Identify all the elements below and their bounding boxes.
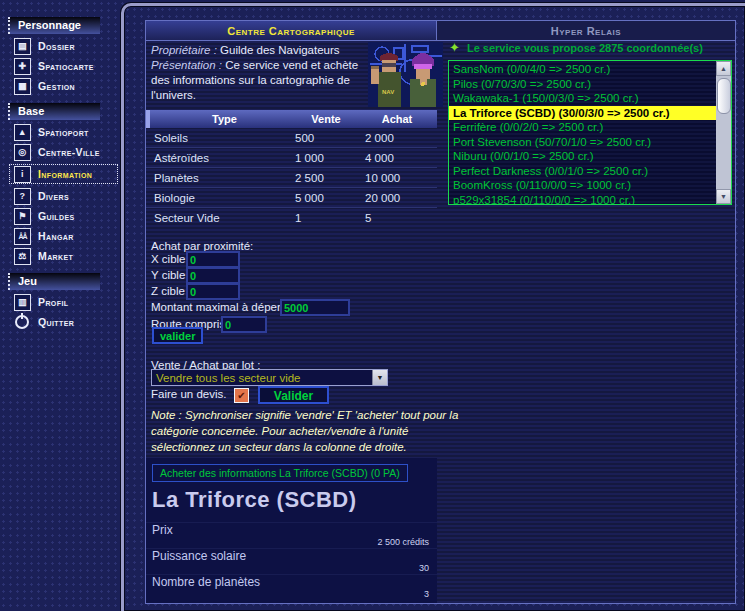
- note-text: Note : Synchroniser signifie 'vendre' ET…: [151, 407, 465, 455]
- profile-icon: ▥: [14, 294, 31, 311]
- x-cible-label: X cible: [151, 253, 186, 265]
- sidebar-section-header: Personnage: [8, 17, 100, 34]
- service-message: ✦ Le service vous propose 2875 coordonné…: [449, 40, 703, 55]
- detail-value: 3: [152, 589, 429, 600]
- sidebar-item-spatioport[interactable]: ▲Spatioport: [14, 124, 118, 140]
- sidebar-item-label: Information: [38, 168, 92, 180]
- y-cible-label: Y cible: [151, 269, 185, 281]
- table-cell: Biologie: [146, 192, 291, 204]
- chevron-down-icon[interactable]: ▼: [372, 370, 387, 385]
- portrait-image: NAV: [368, 42, 443, 107]
- list-item[interactable]: Port Stevenson (50/70/1/0 => 2500 cr.): [449, 135, 716, 150]
- compass-icon: ✚: [14, 58, 31, 75]
- sidebar-item-information[interactable]: iInformation: [9, 164, 118, 184]
- route-input[interactable]: [221, 316, 267, 333]
- table-cell: 4 000: [361, 152, 433, 164]
- sidebar-item-label: Quitter: [38, 316, 74, 328]
- list-item[interactable]: p529x31854 (0/110/0/0 => 1000 cr.): [449, 193, 716, 206]
- table-row: Soleils5002 000: [146, 128, 437, 147]
- list-item[interactable]: Niburu (0/0/1/0 => 2500 cr.): [449, 149, 716, 164]
- list-item[interactable]: BoomKross (0/110/0/0 => 1000 cr.): [449, 178, 716, 193]
- montant-label: Montant maximal à dépenser: [151, 301, 299, 313]
- listbox-scrollbar[interactable]: ▲ ▼: [716, 61, 731, 204]
- price-table: Type Vente Achat Soleils5002 000Astéroïd…: [146, 110, 437, 227]
- table-cell: Planètes: [146, 172, 291, 184]
- service-message-text: Le service vous propose 2875 coordonnée(…: [467, 42, 703, 54]
- batch-select[interactable]: Vendre tous les secteur vide ▼: [151, 369, 388, 386]
- star-icon: ✦: [449, 40, 460, 55]
- y-cible-row: Y cible: [151, 269, 185, 284]
- sidebar-item-label: Gestion: [38, 80, 75, 92]
- scroll-up-icon[interactable]: ▲: [716, 61, 731, 76]
- sidebar-item-quitter[interactable]: Quitter: [14, 314, 118, 330]
- batch-submit-button[interactable]: Valider: [258, 386, 329, 404]
- col-header-type: Type: [150, 113, 291, 125]
- sidebar-item-label: Hangar: [38, 230, 74, 242]
- z-cible-row: Z cible: [151, 285, 185, 300]
- sidebar-item-gestion[interactable]: ▦Gestion: [14, 78, 118, 94]
- z-cible-input[interactable]: [186, 283, 240, 300]
- spaceship-icon: ▲: [14, 124, 31, 141]
- table-cell: 20 000: [361, 192, 433, 204]
- sidebar-item-centre-ville[interactable]: ◎Centre-Ville: [14, 144, 118, 160]
- sidebar-section-header: Base: [8, 103, 100, 120]
- sidebar-item-profil[interactable]: ▥Profil: [14, 294, 118, 310]
- sidebar-item-label: Dossier: [38, 40, 75, 52]
- table-cell: 5 000: [291, 192, 361, 204]
- table-cell: 500: [291, 132, 361, 144]
- sidebar-item-divers[interactable]: ?Divers: [14, 188, 118, 204]
- sidebar-item-label: Profil: [38, 296, 68, 308]
- coordinates-listbox[interactable]: SansNom (0/0/4/0 => 2500 cr.)Pilos (0/70…: [448, 60, 732, 205]
- sidebar-item-dossier[interactable]: ▤Dossier: [14, 38, 118, 54]
- devis-row: Faire un devis. ✔ Valider: [151, 388, 226, 406]
- y-cible-input[interactable]: [186, 267, 240, 284]
- tab-bar: Centre Cartographique Hyper Relais: [146, 21, 735, 41]
- svg-text:NAV: NAV: [382, 89, 394, 95]
- grid-window-icon: ▦: [14, 78, 31, 95]
- sidebar-item-label: Market: [38, 250, 73, 262]
- sidebar-item-label: Centre-Ville: [38, 146, 100, 158]
- list-item[interactable]: Ferrifère (0/0/2/0 => 2500 cr.): [449, 120, 716, 135]
- buy-information-button[interactable]: Acheter des informations La Triforce (SC…: [152, 464, 408, 482]
- content-panel: Centre Cartographique Hyper Relais Propr…: [145, 20, 736, 604]
- table-row: Astéroïdes1 0004 000: [146, 147, 437, 167]
- devis-label: Faire un devis.: [151, 388, 226, 400]
- power-icon: [15, 315, 29, 329]
- detail-row: Puissance solaire30: [146, 548, 437, 574]
- proximity-submit-button[interactable]: valider: [152, 327, 203, 344]
- devis-checkbox[interactable]: ✔: [234, 388, 249, 403]
- list-item[interactable]: Wakawaka-1 (150/0/3/0 => 2500 cr.): [449, 91, 716, 106]
- montant-input[interactable]: [280, 299, 350, 316]
- x-cible-row: X cible: [151, 253, 186, 268]
- table-row: Secteur Vide15: [146, 207, 437, 227]
- table-row: Planètes2 50010 000: [146, 167, 437, 187]
- sector-title: La Triforce (SCBD): [152, 487, 431, 513]
- city-center-icon: ◎: [14, 144, 31, 161]
- sidebar: Personnage▤Dossier✚Spatiocarte▦GestionBa…: [0, 0, 118, 611]
- x-cible-input[interactable]: [186, 251, 240, 268]
- list-item[interactable]: Perfect Darkness (0/0/1/0 => 2500 cr.): [449, 164, 716, 179]
- list-item[interactable]: Pilos (0/70/3/0 => 2500 cr.): [449, 77, 716, 92]
- table-cell: 5: [361, 212, 433, 224]
- presentation-label: Présentation :: [151, 59, 222, 71]
- price-table-header: Type Vente Achat: [146, 110, 437, 128]
- col-header-vente: Vente: [291, 113, 361, 125]
- sidebar-item-hangar[interactable]: ÅÅHangar: [14, 228, 118, 244]
- sidebar-item-guildes[interactable]: ⚑Guildes: [14, 208, 118, 224]
- detail-label: Puissance solaire: [152, 550, 429, 563]
- sidebar-item-market[interactable]: ⚖Market: [14, 248, 118, 264]
- batch-select-value: Vendre tous les secteur vide: [152, 372, 372, 384]
- sidebar-item-spatiocarte[interactable]: ✚Spatiocarte: [14, 58, 118, 74]
- scrollbar-thumb[interactable]: [717, 78, 731, 114]
- owner-value: Guilde des Navigateurs: [220, 44, 340, 56]
- sidebar-item-label: Guildes: [38, 210, 75, 222]
- detail-label: Prix: [152, 524, 429, 537]
- tab-centre-cartographique[interactable]: Centre Cartographique: [146, 21, 437, 40]
- list-item[interactable]: La Triforce (SCBD) (30/0/3/0 => 2500 cr.…: [449, 106, 716, 121]
- sector-details-panel: Acheter des informations La Triforce (SC…: [146, 458, 437, 603]
- hangar-icon: ÅÅ: [14, 228, 31, 245]
- list-item[interactable]: SansNom (0/0/4/0 => 2500 cr.): [449, 62, 716, 77]
- sidebar-section-header: Jeu: [8, 273, 100, 290]
- tab-hyper-relais[interactable]: Hyper Relais: [437, 21, 735, 40]
- scroll-down-icon[interactable]: ▼: [716, 189, 731, 204]
